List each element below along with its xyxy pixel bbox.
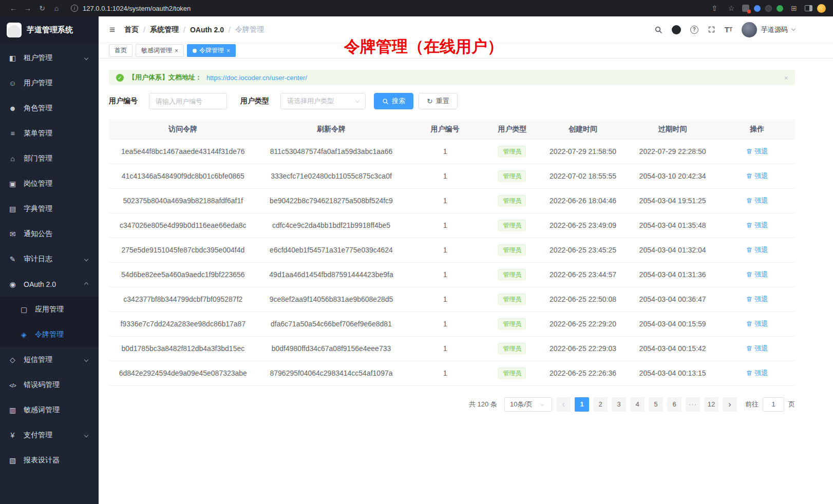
- access-token-cell: 502375b8040a469a9b82188afdf6af1f: [109, 188, 257, 213]
- sidebar-item-post[interactable]: 岗位管理: [0, 171, 99, 196]
- share-icon[interactable]: ⇧: [708, 3, 721, 14]
- user-type-badge: 管理员: [498, 195, 526, 207]
- chevron-down-icon: [540, 401, 544, 405]
- force-logout-button[interactable]: 强退: [746, 344, 768, 353]
- home-icon[interactable]: ⌂: [50, 3, 63, 14]
- sidebar-item-dept[interactable]: 部门管理: [0, 146, 99, 171]
- force-logout-button[interactable]: 强退: [746, 221, 768, 230]
- sidebar-item-dict[interactable]: 字典管理: [0, 196, 99, 221]
- page-button-12[interactable]: 12: [704, 397, 718, 412]
- page-size-select[interactable]: 10条/页: [504, 397, 552, 412]
- sensitive-word-icon: [8, 406, 17, 414]
- sidebar-item-sms[interactable]: 短信管理: [0, 347, 99, 372]
- force-logout-button[interactable]: 强退: [746, 171, 768, 181]
- page-size-value: 10条/页: [510, 400, 533, 409]
- sidebar-item-tenant[interactable]: 租户管理: [0, 45, 99, 70]
- sidebar-item-error-code[interactable]: 错误码管理: [0, 372, 99, 397]
- breadcrumb-oauth2[interactable]: OAuth 2.0: [190, 26, 224, 34]
- fullscreen-icon[interactable]: [708, 26, 715, 33]
- breadcrumb-home[interactable]: 首页: [124, 25, 139, 34]
- next-page-button[interactable]: ›: [723, 397, 737, 412]
- user-id-cell: 1: [405, 262, 484, 287]
- github-icon[interactable]: [672, 25, 681, 34]
- action-cell: 强退: [719, 312, 795, 336]
- dict-icon: [8, 205, 17, 213]
- sidebar-item-pay[interactable]: 支付管理: [0, 422, 99, 448]
- search-button-label: 搜索: [392, 96, 405, 106]
- sidebar-item-sensitive-word[interactable]: 敏感词管理: [0, 397, 99, 422]
- close-tab-icon[interactable]: ×: [226, 48, 230, 54]
- bookmark-star-icon[interactable]: ☆: [725, 3, 737, 14]
- user-menu[interactable]: 芋道源码: [742, 22, 795, 37]
- force-logout-label: 强退: [754, 295, 768, 304]
- table-row: f9336e7c7dd242a283ee98dc86b17a87 dfa6c71…: [109, 312, 795, 336]
- reset-button[interactable]: ↻ 重置: [419, 93, 458, 109]
- page-button-5[interactable]: 5: [649, 397, 663, 412]
- tab-token[interactable]: 令牌管理 ×: [187, 44, 236, 57]
- sidebar-item-report[interactable]: 报表设计器: [0, 448, 99, 473]
- split-view-icon[interactable]: [805, 5, 812, 11]
- user-id-input[interactable]: [149, 93, 227, 109]
- url-bar[interactable]: i 127.0.0.1:1024/system/oauth2/token: [71, 5, 706, 12]
- forward-icon[interactable]: →: [22, 3, 34, 14]
- dept-icon: [8, 154, 17, 163]
- url-text: 127.0.0.1:1024/system/oauth2/token: [83, 5, 191, 12]
- sidebar-item-oauth2-token[interactable]: 令牌管理: [0, 322, 99, 347]
- app-logo[interactable]: 芋道管理系统: [0, 16, 99, 43]
- goto-page-input[interactable]: [763, 397, 784, 412]
- sidebar-item-oauth2[interactable]: OAuth 2.0: [0, 272, 99, 297]
- sidebar-item-user[interactable]: 用户管理: [0, 70, 99, 95]
- page-info-icon[interactable]: i: [71, 5, 78, 12]
- table-header-row: 访问令牌 刷新令牌 用户编号 用户类型 创建时间 过期时间 操作: [109, 120, 795, 139]
- refresh-token-cell: be90422b8c7946218275a508bf524fc9: [257, 188, 406, 213]
- help-icon[interactable]: ?: [690, 26, 698, 34]
- alert-close-icon[interactable]: ×: [784, 74, 788, 82]
- page-ellipsis[interactable]: ···: [686, 397, 700, 412]
- doc-link[interactable]: https://doc.iocoder.cn/user-center/: [206, 74, 307, 82]
- force-logout-button[interactable]: 强退: [746, 270, 768, 279]
- sidebar-item-audit-log[interactable]: 审计日志: [0, 246, 99, 272]
- force-logout-button[interactable]: 强退: [746, 147, 768, 156]
- extension-dark-icon[interactable]: [765, 5, 772, 12]
- search-icon[interactable]: [654, 26, 662, 34]
- close-tab-icon[interactable]: ×: [175, 48, 178, 54]
- page-button-6[interactable]: 6: [667, 397, 681, 412]
- table-row: 41c41346a548490f9dc8b01c6bfe0865 333ecfc…: [109, 164, 795, 188]
- app-shell: 芋道管理系统 租户管理 用户管理 角色管理 菜单管理 部门管理 岗位管理 字典管…: [0, 16, 833, 504]
- force-logout-button[interactable]: 强退: [746, 319, 768, 328]
- sidebar-fold-icon[interactable]: ≡: [105, 24, 120, 35]
- sidebar-item-menu[interactable]: 菜单管理: [0, 121, 99, 146]
- tab-home[interactable]: 首页: [109, 44, 132, 57]
- page-button-4[interactable]: 4: [630, 397, 645, 412]
- sidebar-item-oauth2-app[interactable]: 应用管理: [0, 297, 99, 322]
- extension-blue-icon[interactable]: [754, 5, 761, 12]
- sidebar-item-notice[interactable]: 通知公告: [0, 221, 99, 246]
- back-icon[interactable]: ←: [7, 3, 20, 14]
- page-button-1[interactable]: 1: [575, 397, 589, 412]
- tab-sensitive-word[interactable]: 敏感词管理 ×: [136, 44, 184, 57]
- extensions-puzzle-icon[interactable]: ⊞: [788, 3, 800, 14]
- force-logout-button[interactable]: 强退: [746, 196, 768, 205]
- force-logout-button[interactable]: 强退: [746, 295, 768, 304]
- force-logout-button[interactable]: 强退: [746, 369, 768, 378]
- page-button-2[interactable]: 2: [593, 397, 608, 412]
- create-time-cell: 2022-06-25 23:45:25: [540, 238, 626, 262]
- token-table: 访问令牌 刷新令牌 用户编号 用户类型 创建时间 过期时间 操作 1ea5e44…: [109, 120, 795, 386]
- sidebar-item-role[interactable]: 角色管理: [0, 95, 99, 121]
- font-size-icon[interactable]: TT: [725, 25, 732, 34]
- page-button-3[interactable]: 3: [612, 397, 626, 412]
- extension-badged-icon[interactable]: [742, 5, 749, 12]
- force-logout-button[interactable]: 强退: [746, 245, 768, 255]
- reload-icon[interactable]: ↻: [36, 3, 48, 14]
- search-button[interactable]: 搜索: [374, 93, 413, 109]
- extension-green-icon[interactable]: [777, 5, 783, 12]
- breadcrumb-system[interactable]: 系统管理: [150, 25, 179, 34]
- expire-time-cell: 2054-03-04 00:36:47: [626, 287, 719, 312]
- user-type-select[interactable]: 请选择用户类型: [280, 93, 366, 109]
- user-id-cell: 1: [405, 336, 484, 361]
- browser-profile-avatar[interactable]: [817, 4, 826, 13]
- prev-page-button[interactable]: ‹: [556, 397, 571, 412]
- user-type-badge: 管理员: [498, 294, 526, 305]
- action-cell: 强退: [719, 238, 795, 262]
- annotation-text: 令牌管理（在线用户）: [344, 36, 503, 57]
